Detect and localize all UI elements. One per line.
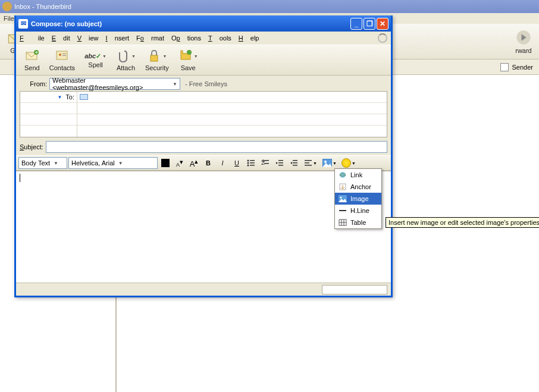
svg-rect-8 — [151, 55, 158, 61]
to-label: To: — [65, 93, 74, 101]
bullet-list-icon — [247, 159, 255, 167]
svg-point-5 — [59, 54, 61, 56]
italic-button[interactable]: I — [216, 157, 229, 169]
svg-rect-21 — [278, 162, 283, 164]
align-button[interactable]: ▼ — [302, 157, 319, 169]
throbber-icon — [378, 33, 387, 43]
subject-input[interactable] — [46, 141, 387, 153]
menu-options[interactable]: Options — [171, 35, 201, 42]
indent-button[interactable] — [287, 157, 300, 169]
compose-toolbar: Send Contacts abc✓▼ Spell ▼ Attach ▼ Sec… — [16, 45, 391, 76]
menu-format[interactable]: Format — [136, 35, 164, 42]
svg-rect-28 — [305, 165, 312, 166]
attach-button[interactable]: ▼ Attach — [112, 48, 139, 73]
svg-rect-24 — [293, 162, 297, 164]
recipient-row[interactable] — [20, 103, 387, 114]
recipient-row[interactable]: ▼ To: — [20, 92, 387, 103]
svg-point-30 — [324, 161, 327, 163]
thunderbird-icon — [2, 2, 12, 11]
svg-rect-6 — [62, 54, 66, 54]
svg-point-31 — [340, 172, 346, 178]
menu-item-link[interactable]: Link — [335, 169, 381, 181]
menu-file[interactable]: File — [4, 15, 14, 22]
svg-rect-15 — [250, 165, 255, 166]
menu-item-anchor[interactable]: Anchor — [335, 181, 381, 193]
menu-view[interactable]: View — [77, 35, 99, 42]
minimize-button[interactable]: _ — [350, 18, 362, 30]
chevron-down-icon: ▼ — [173, 81, 177, 87]
align-icon — [304, 159, 312, 167]
menu-item-hline[interactable]: H.Line — [335, 205, 381, 217]
svg-point-14 — [247, 165, 249, 167]
spell-button[interactable]: abc✓▼ Spell — [81, 51, 110, 70]
svg-rect-17 — [264, 160, 269, 161]
smiley-icon — [341, 158, 351, 168]
menu-edit[interactable]: Edit — [52, 35, 70, 42]
from-value: Webmaster <webmaster@freesmileys.org> — [52, 77, 173, 91]
indent-icon — [290, 159, 298, 167]
bullet-list-button[interactable] — [245, 157, 258, 169]
svg-point-9 — [187, 50, 192, 55]
image-icon — [322, 159, 332, 167]
main-window-title: Inbox - Thunderbird — [14, 3, 71, 10]
chevron-down-icon[interactable]: ▼ — [57, 95, 62, 100]
svg-rect-19 — [264, 163, 269, 164]
recipient-row[interactable] — [20, 114, 387, 126]
subject-label: Subject: — [20, 143, 43, 150]
svg-point-35 — [340, 197, 342, 199]
hline-icon — [339, 207, 347, 214]
svg-rect-11 — [250, 160, 255, 161]
save-icon — [178, 49, 193, 63]
anchor-icon — [339, 183, 347, 190]
menu-item-table[interactable]: Table — [335, 217, 381, 228]
forward-icon — [515, 29, 532, 46]
svg-rect-23 — [293, 160, 297, 161]
menu-help[interactable]: Help — [239, 35, 259, 42]
sender-column-label[interactable]: Sender — [512, 64, 533, 71]
paragraph-select[interactable]: Body Text▼ — [18, 157, 67, 169]
compose-title-bar[interactable]: ✉ Compose: (no subject) _ ❐ ✕ — [16, 15, 391, 32]
image-icon — [339, 195, 347, 202]
font-select[interactable]: Helvetica, Arial▼ — [68, 157, 158, 169]
svg-rect-22 — [278, 165, 283, 166]
tooltip: Insert new image or edit selected image'… — [386, 217, 539, 228]
font-size-increase-button[interactable]: A▴ — [187, 157, 200, 169]
bold-button[interactable]: B — [202, 157, 215, 169]
forward-button[interactable]: rward — [515, 29, 532, 54]
svg-point-12 — [247, 162, 249, 164]
send-button[interactable]: Send — [21, 48, 43, 73]
contacts-icon — [55, 49, 69, 63]
maximize-button[interactable]: ❐ — [363, 18, 375, 30]
svg-rect-26 — [305, 160, 312, 161]
menu-tools[interactable]: Tools — [208, 35, 231, 42]
smiley-button[interactable]: ▼ — [340, 157, 358, 169]
svg-rect-27 — [305, 162, 309, 164]
link-icon — [339, 171, 347, 178]
contacts-button[interactable]: Contacts — [46, 48, 79, 73]
text-color-button[interactable] — [159, 157, 172, 169]
menu-file[interactable]: File — [20, 35, 45, 42]
from-label: From: — [20, 80, 47, 87]
from-select[interactable]: Webmaster <webmaster@freesmileys.org> ▼ — [49, 78, 180, 90]
menu-insert[interactable]: Insert — [106, 35, 130, 42]
address-card-icon — [80, 94, 88, 100]
numbered-list-button[interactable]: 12 — [259, 157, 272, 169]
recipient-grid: ▼ To: — [20, 91, 387, 137]
sender-toggle-icon[interactable] — [500, 63, 509, 71]
addressing-area: From: Webmaster <webmaster@freesmileys.o… — [16, 76, 391, 155]
send-icon — [25, 49, 39, 63]
outdent-button[interactable] — [273, 157, 286, 169]
recipient-input[interactable] — [77, 92, 387, 102]
insert-object-button[interactable]: ▼ — [321, 157, 339, 169]
insert-dropdown-menu: Link Anchor Image H.Line Table — [334, 168, 382, 229]
recipient-row[interactable] — [20, 126, 387, 137]
save-button[interactable]: ▼ Save — [175, 48, 202, 73]
svg-rect-13 — [250, 162, 255, 164]
security-button[interactable]: ▼ Security — [142, 48, 173, 73]
status-box — [322, 285, 387, 294]
underline-button[interactable]: U — [230, 157, 243, 169]
compose-title: Compose: (no subject) — [31, 20, 102, 27]
close-button[interactable]: ✕ — [377, 18, 388, 30]
font-size-decrease-button[interactable]: A▾ — [173, 157, 186, 169]
menu-item-image[interactable]: Image — [335, 193, 381, 205]
